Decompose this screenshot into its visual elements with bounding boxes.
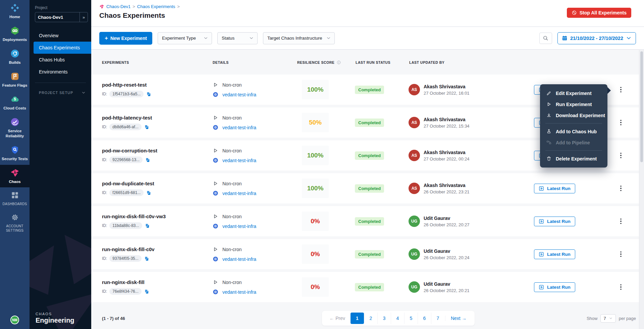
experiment-name[interactable]: run-nginx-disk-fill-c0v-vw3 [102,214,166,219]
pagination-center: ← Prev 1234567 Next → [210,311,587,326]
run-icon [546,101,552,107]
row-menu-kebab-icon[interactable] [616,84,625,95]
infrastructure-link[interactable]: vedant-test-infra [222,224,256,229]
infrastructure-link[interactable]: vedant-test-infra [222,92,256,97]
infrastructure-link[interactable]: vedant-test-infra [222,289,256,295]
prev-page-button[interactable]: ← Prev [325,316,350,321]
copy-icon[interactable] [146,91,152,97]
menu-item-add-to-pipeline: Add to Pipeline [540,137,607,148]
nav-module-service-reliability[interactable]: Service Reliability [0,114,30,142]
nav-module-dashboards[interactable]: DASHBOARDS [0,187,30,209]
experiment-name[interactable]: pod-nw-corruption-test [102,148,157,153]
date-range-picker[interactable]: 21/10/2022 - 27/10/2022 [557,32,636,44]
experiment-type: Non-cron [222,280,242,285]
project-selector[interactable]: Chaos-Dev1 » [35,12,88,22]
page-button-2[interactable]: 2 [364,313,377,324]
menu-item-run-experiment[interactable]: Run Experiment [540,99,607,110]
row-menu-kebab-icon[interactable] [616,117,625,128]
nav-module-security-tests[interactable]: Security Tests [0,142,30,165]
scrollbar-track[interactable] [639,50,644,329]
column-header-details: DETAILS [210,60,294,75]
nav-module-feature-flags[interactable]: Feature Flags [0,68,30,91]
stop-all-experiments-button[interactable]: Stop All Experiments [567,8,631,18]
experiment-name[interactable]: pod-nw-duplicate-test [102,181,154,186]
row-menu-kebab-icon[interactable] [616,216,625,227]
page-button-1[interactable]: 1 [351,313,364,324]
row-menu-kebab-icon[interactable] [616,150,625,161]
copy-icon[interactable] [144,124,150,130]
nav-module-account-settings[interactable]: ACCOUNT SETTINGS [0,209,30,236]
expand-panel-icon[interactable]: » [79,12,88,22]
copy-icon[interactable] [144,256,150,262]
filter-experiment-type[interactable]: Experiment Type [158,32,212,44]
nav-module-builds[interactable]: Builds [0,46,30,68]
infrastructure-link[interactable]: vedant-test-infra [222,125,256,130]
menu-item-add-to-chaos-hub[interactable]: Add to Chaos Hub [540,126,607,137]
filter-status[interactable]: Status [217,32,258,44]
info-icon[interactable] [336,60,341,65]
chevron-down-icon [81,90,86,95]
nav-module-cloud-costs[interactable]: $Cloud Costs [0,91,30,114]
sidebar-item-chaos-experiments[interactable]: Chaos Experiments [34,42,91,54]
sidebar-item-chaos-hubs[interactable]: Chaos Hubs [30,54,91,66]
copy-icon[interactable] [144,289,150,294]
menu-item-delete-experiment[interactable]: Delete Experiment [540,153,607,164]
updated-date: 26 October 2022, 20:24 [424,255,470,260]
page-button-7[interactable]: 7 [431,313,444,324]
per-page-select[interactable]: 7 [600,314,615,323]
new-experiment-label: New Experiment [110,36,147,41]
experiment-name[interactable]: run-nginx-disk-fill-c0v [102,246,155,252]
copy-icon[interactable] [145,157,151,163]
latest-run-button[interactable]: Latest Run [534,217,575,226]
filter-target-chaos-infrastructure[interactable]: Target Chaos Infrastructure [263,32,335,44]
nav-module-home[interactable]: Home [0,0,30,23]
pagination: (1 - 7) of 46 ← Prev 1234567 Next → Show… [91,305,644,326]
avatar: UG [409,281,420,293]
copy-icon[interactable] [145,223,150,229]
resilience-score: 50% [302,113,329,132]
nav-module-label: Deployments [3,37,27,42]
column-header-label: LAST RUN STATUS [356,60,390,64]
menu-item-download-experiment[interactable]: Download Experiment [540,110,607,121]
next-page-button[interactable]: Next → [445,316,472,321]
search-button[interactable] [539,33,552,44]
row-menu-kebab-icon[interactable] [616,281,625,293]
experiment-name[interactable]: pod-http-reset-test [102,82,147,88]
latest-run-button[interactable]: Latest Run [534,282,575,292]
breadcrumb-project-link[interactable]: Chaos-Dev1 [106,4,130,9]
page-button-6[interactable]: 6 [418,313,431,324]
avatar: AS [409,117,420,128]
chaos-icon [10,168,19,177]
copy-icon[interactable] [146,190,152,196]
row-menu-kebab-icon[interactable] [616,183,625,194]
user-name: Udit Gaurav [424,248,470,254]
infrastructure-link[interactable]: vedant-test-infra [222,158,256,163]
new-experiment-button[interactable]: + New Experiment [99,32,152,45]
page-button-3[interactable]: 3 [377,313,391,324]
builds-icon [10,49,19,58]
nav-module-label: ACCOUNT SETTINGS [1,224,29,233]
chevron-down-icon [626,35,632,41]
page-button-4[interactable]: 4 [391,313,404,324]
latest-run-button[interactable]: Latest Run [534,249,575,259]
nav-module-deployments[interactable]: Deployments [0,23,30,46]
experiment-name[interactable]: run-nginx-disk-fill [102,279,145,285]
nav-module-label: Chaos [9,179,20,184]
infrastructure-link[interactable]: vedant-test-infra [222,191,256,196]
latest-run-button[interactable]: Latest Run [534,184,575,193]
page-header: Chaos-Dev1 > Chaos Experiments > Chaos E… [91,0,644,27]
menu-item-edit-experiment[interactable]: Edit Experiment [540,88,607,99]
experiment-name[interactable]: pod-http-latency-test [102,115,152,121]
sidebar-item-environments[interactable]: Environments [30,66,91,78]
scrollbar-thumb[interactable] [640,51,643,162]
infrastructure-link[interactable]: vedant-test-infra [222,256,256,262]
row-menu-kebab-icon[interactable] [616,248,625,260]
page-button-5[interactable]: 5 [404,313,418,324]
id-label: ID: [102,289,107,294]
breadcrumb-page-link[interactable]: Chaos Experiments [137,4,175,9]
project-setup-toggle[interactable]: PROJECT SETUP [39,90,86,95]
user-avatar[interactable]: NM [10,316,19,324]
menu-item-label: Add to Pipeline [556,140,590,145]
sidebar-item-overview[interactable]: Overview [30,30,91,42]
nav-module-chaos[interactable]: Chaos [0,165,30,188]
